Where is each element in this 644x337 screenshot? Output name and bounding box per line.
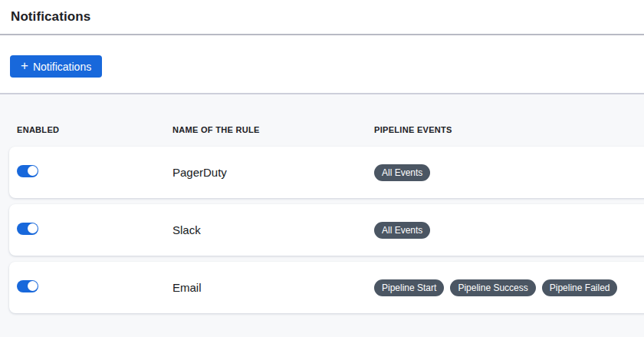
column-header-pipeline-events: PIPELINE EVENTS [374, 125, 644, 134]
pipeline-events: Pipeline StartPipeline SuccessPipeline F… [374, 279, 644, 296]
pipeline-event-badge: Pipeline Start [374, 279, 444, 296]
enabled-cell [17, 280, 172, 296]
rule-name: Slack [172, 223, 374, 236]
plus-icon: + [21, 59, 28, 72]
pipeline-event-badge: Pipeline Failed [542, 279, 618, 296]
page-title: Notifications [11, 9, 644, 25]
toggle-knob [28, 166, 38, 176]
page-header: Notifications [0, 0, 644, 35]
toolbar: + Notifications [0, 35, 644, 93]
add-notification-button-label: Notifications [33, 61, 91, 73]
table-row: Email Pipeline StartPipeline SuccessPipe… [9, 262, 644, 313]
pipeline-event-badge: Pipeline Success [450, 279, 535, 296]
toggle-knob [28, 223, 38, 233]
enabled-cell [17, 223, 172, 238]
pipeline-events: All Events [374, 222, 644, 239]
table-header-row: ENABLED NAME OF THE RULE PIPELINE EVENTS [0, 125, 644, 134]
enabled-toggle[interactable] [17, 280, 38, 292]
enabled-cell [17, 165, 172, 180]
toggle-knob [28, 281, 38, 291]
pipeline-events: All Events [374, 164, 644, 181]
rule-name: PagerDuty [172, 166, 374, 179]
enabled-toggle[interactable] [17, 165, 38, 177]
rules-table-body: PagerDuty All Events Slack All Events Em… [0, 147, 644, 313]
pipeline-event-badge: All Events [374, 222, 430, 239]
notifications-table: ENABLED NAME OF THE RULE PIPELINE EVENTS… [0, 93, 644, 337]
table-row: PagerDuty All Events [9, 147, 644, 198]
column-header-enabled: ENABLED [17, 125, 172, 134]
enabled-toggle[interactable] [17, 223, 38, 235]
rule-name: Email [172, 281, 374, 294]
add-notification-button[interactable]: + Notifications [10, 55, 102, 78]
pipeline-event-badge: All Events [374, 164, 430, 181]
column-header-name: NAME OF THE RULE [172, 125, 374, 134]
table-row: Slack All Events [9, 204, 644, 256]
